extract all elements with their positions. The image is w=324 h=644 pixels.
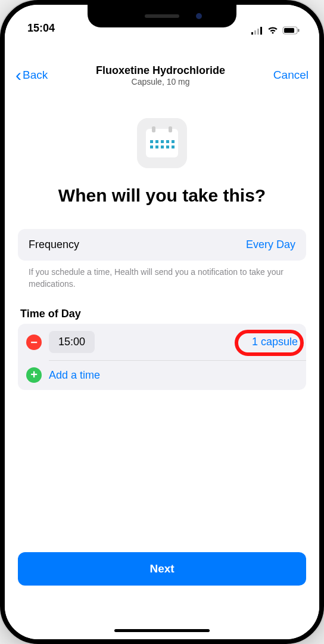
frequency-value: Every Day — [246, 239, 295, 251]
status-time: 15:04 — [27, 22, 55, 35]
phone-frame: 15:04 ‹ Back Fluoxetine Hydrochloride Ca… — [0, 0, 324, 644]
battery-icon — [282, 26, 300, 35]
time-row: − 15:00 1 capsule — [18, 324, 306, 360]
notch — [88, 5, 236, 27]
cancel-button[interactable]: Cancel — [273, 69, 309, 82]
speaker-grille — [145, 14, 179, 18]
add-time-row[interactable]: + Add a time — [18, 360, 306, 390]
svg-rect-2 — [257, 29, 259, 35]
home-indicator[interactable] — [114, 629, 210, 632]
mute-switch — [0, 100, 1, 122]
dose-label: 1 capsule — [252, 336, 298, 348]
screen-content: ‹ Back Fluoxetine Hydrochloride Capsule,… — [5, 5, 319, 639]
chevron-left-icon: ‹ — [15, 66, 21, 84]
remove-time-button[interactable]: − — [26, 335, 42, 350]
frequency-cell[interactable]: Frequency Every Day — [18, 229, 306, 261]
dose-button[interactable]: 1 capsule — [252, 336, 298, 348]
add-time-button[interactable]: + — [26, 367, 42, 383]
wifi-icon — [267, 26, 279, 35]
navigation-bar: ‹ Back Fluoxetine Hydrochloride Capsule,… — [5, 58, 319, 92]
svg-rect-3 — [260, 27, 262, 35]
frequency-label: Frequency — [29, 239, 79, 251]
svg-rect-1 — [254, 30, 256, 35]
time-of-day-list: − 15:00 1 capsule + Add a time — [18, 324, 306, 390]
footer-actions: Next — [18, 552, 306, 586]
volume-up-button — [0, 142, 1, 184]
calendar-icon-inner — [146, 129, 178, 157]
nav-title: Fluoxetine Hydrochloride — [48, 64, 273, 77]
front-camera — [196, 13, 202, 19]
nav-title-stack: Fluoxetine Hydrochloride Capsule, 10 mg — [48, 64, 273, 86]
page-headline: When will you take this? — [18, 185, 306, 206]
back-button[interactable]: ‹ Back — [15, 66, 48, 84]
add-time-label: Add a time — [49, 369, 100, 382]
calendar-icon — [137, 118, 187, 168]
main-content: When will you take this? Frequency Every… — [5, 118, 319, 390]
next-button[interactable]: Next — [18, 552, 306, 586]
time-of-day-label: Time of Day — [18, 308, 306, 324]
status-right — [251, 26, 300, 35]
svg-rect-0 — [251, 32, 253, 35]
cellular-signal-icon — [251, 26, 263, 35]
volume-down-button — [0, 196, 1, 237]
svg-rect-6 — [298, 29, 300, 32]
nav-subtitle: Capsule, 10 mg — [48, 77, 273, 86]
schedule-hint: If you schedule a time, Health will send… — [18, 261, 306, 290]
svg-rect-5 — [284, 28, 294, 33]
back-label: Back — [23, 69, 48, 82]
time-picker[interactable]: 15:00 — [49, 331, 95, 353]
